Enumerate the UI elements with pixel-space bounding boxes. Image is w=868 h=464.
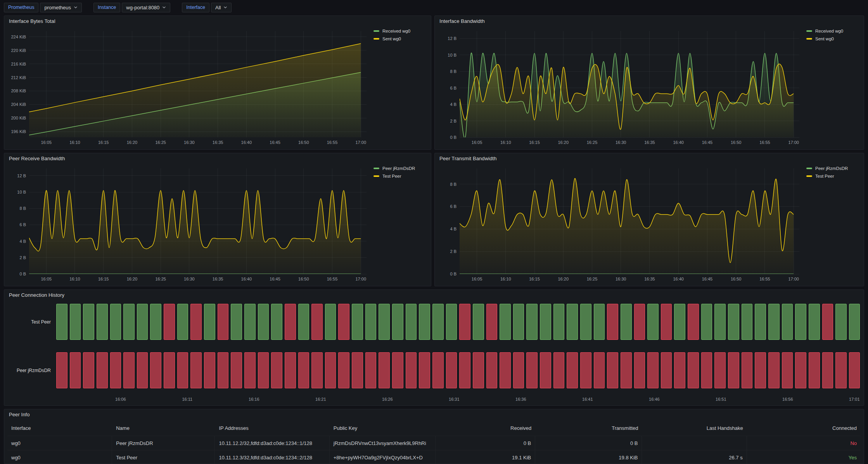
status-bar-down[interactable]: [311, 352, 323, 388]
status-bar-up[interactable]: [674, 304, 685, 340]
status-bar-up[interactable]: [177, 304, 188, 340]
table-header-received[interactable]: Received: [436, 420, 535, 436]
legend-item-received-wg0[interactable]: Received wg0: [373, 29, 428, 33]
status-bar-down[interactable]: [190, 352, 202, 388]
status-bar-down[interactable]: [419, 352, 430, 388]
status-bar-up[interactable]: [432, 304, 444, 340]
status-bar-down[interactable]: [83, 352, 94, 388]
table-header-ip-addresses[interactable]: IP Addresses: [215, 420, 329, 436]
legend-item-test-peer[interactable]: Test Peer: [806, 174, 861, 178]
status-bar-down[interactable]: [446, 352, 457, 388]
status-bar-down[interactable]: [325, 352, 336, 388]
status-bar-down[interactable]: [150, 352, 161, 388]
status-bar-down[interactable]: [473, 352, 484, 388]
status-bar-down[interactable]: [459, 304, 470, 340]
status-bar-down[interactable]: [56, 352, 67, 388]
status-bar-up[interactable]: [701, 304, 712, 340]
status-bar-down[interactable]: [661, 352, 672, 388]
variable-value-prometheus-dropdown[interactable]: prometheus: [40, 3, 82, 12]
legend-item-test-peer[interactable]: Test Peer: [373, 174, 428, 178]
status-bar-down[interactable]: [835, 352, 847, 388]
status-bar-up[interactable]: [352, 304, 363, 340]
status-bar-down[interactable]: [809, 352, 820, 388]
status-bar-up[interactable]: [446, 304, 457, 340]
status-bar-down[interactable]: [285, 304, 296, 340]
status-bar-up[interactable]: [137, 304, 148, 340]
status-bar-up[interactable]: [110, 304, 121, 340]
status-bar-down[interactable]: [607, 304, 618, 340]
status-bar-down[interactable]: [177, 352, 188, 388]
table-header-interface[interactable]: Interface: [7, 420, 112, 436]
status-bar-up[interactable]: [244, 304, 256, 340]
status-bar-up[interactable]: [513, 304, 524, 340]
status-bar-down[interactable]: [432, 352, 444, 388]
status-bar-down[interactable]: [97, 352, 108, 388]
status-bar-down[interactable]: [634, 352, 645, 388]
status-bar-down[interactable]: [688, 352, 699, 388]
table-header-public-key[interactable]: Public Key: [330, 420, 436, 436]
status-bar-down[interactable]: [285, 352, 296, 388]
status-bar-down[interactable]: [822, 352, 833, 388]
status-bar-down[interactable]: [258, 352, 269, 388]
status-bar-up[interactable]: [835, 304, 847, 340]
status-bar-up[interactable]: [849, 304, 860, 340]
status-bar-down[interactable]: [795, 352, 806, 388]
status-bar-down[interactable]: [352, 352, 363, 388]
status-bar-up[interactable]: [540, 304, 551, 340]
status-bar-down[interactable]: [513, 352, 524, 388]
status-bar-down[interactable]: [365, 352, 377, 388]
status-bar-up[interactable]: [271, 304, 282, 340]
variable-value-instance-dropdown[interactable]: wg-portal:8080: [122, 3, 170, 12]
status-bar-down[interactable]: [231, 352, 242, 388]
status-bar-down[interactable]: [486, 304, 498, 340]
status-bar-down[interactable]: [540, 352, 551, 388]
status-bar-up[interactable]: [419, 304, 430, 340]
legend-item-sent-wg0[interactable]: Sent wg0: [373, 36, 428, 41]
status-bar-up[interactable]: [392, 304, 403, 340]
status-bar-up[interactable]: [647, 304, 659, 340]
status-bar-down[interactable]: [338, 352, 349, 388]
status-bar-down[interactable]: [701, 352, 712, 388]
status-bar-down[interactable]: [204, 352, 215, 388]
status-bar-up[interactable]: [742, 304, 753, 340]
status-bar-down[interactable]: [190, 304, 202, 340]
status-bar-down[interactable]: [137, 352, 148, 388]
legend-item-received-wg0[interactable]: Received wg0: [806, 29, 861, 33]
status-bar-down[interactable]: [621, 352, 632, 388]
status-bar-up[interactable]: [406, 304, 417, 340]
status-bar-up[interactable]: [204, 304, 215, 340]
status-bar-down[interactable]: [379, 352, 390, 388]
status-bar-up[interactable]: [755, 304, 766, 340]
status-bar-up[interactable]: [83, 304, 94, 340]
status-bar-down[interactable]: [70, 352, 81, 388]
table-header-name[interactable]: Name: [112, 420, 215, 436]
status-bar-down[interactable]: [392, 352, 403, 388]
status-bar-up[interactable]: [379, 304, 390, 340]
status-bar-down[interactable]: [647, 352, 659, 388]
status-bar-down[interactable]: [244, 352, 256, 388]
status-bar-down[interactable]: [459, 352, 470, 388]
status-bar-down[interactable]: [742, 352, 753, 388]
status-bar-down[interactable]: [782, 352, 793, 388]
status-bar-down[interactable]: [526, 352, 538, 388]
status-bar-up[interactable]: [473, 304, 484, 340]
status-bar-up[interactable]: [594, 304, 605, 340]
status-bar-down[interactable]: [486, 352, 498, 388]
status-bar-up[interactable]: [795, 304, 806, 340]
status-bar-down[interactable]: [311, 304, 323, 340]
status-bar-up[interactable]: [97, 304, 108, 340]
status-bar-down[interactable]: [768, 352, 780, 388]
status-bar-up[interactable]: [298, 304, 310, 340]
legend-item-peer-jrzmdsdr[interactable]: Peer jRzmDsDR: [806, 166, 861, 171]
variable-value-interface-dropdown[interactable]: All: [211, 3, 232, 12]
status-bar-down[interactable]: [728, 352, 739, 388]
status-bar-down[interactable]: [580, 352, 591, 388]
status-bar-down[interactable]: [674, 352, 685, 388]
status-bar-up[interactable]: [258, 304, 269, 340]
status-bar-down[interactable]: [164, 352, 175, 388]
status-bar-down[interactable]: [849, 352, 860, 388]
status-bar-up[interactable]: [768, 304, 780, 340]
status-bar-down[interactable]: [271, 352, 282, 388]
status-bar-up[interactable]: [728, 304, 739, 340]
status-bar-up[interactable]: [500, 304, 511, 340]
